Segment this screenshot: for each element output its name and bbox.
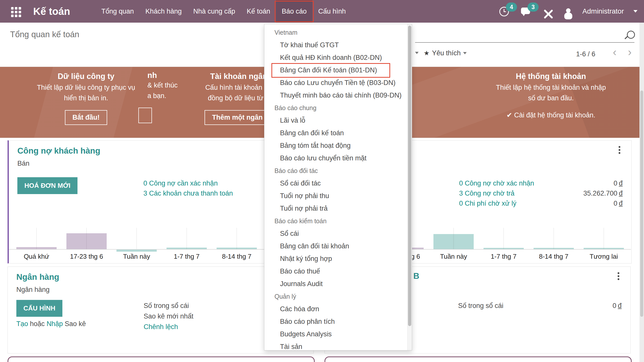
- apps-grid-icon[interactable]: [11, 7, 14, 10]
- menu-item[interactable]: Tài sản: [264, 340, 407, 350]
- dropdown-scrollbar[interactable]: [407, 24, 412, 350]
- chart-x-label: 17-23 thg 6: [61, 253, 112, 260]
- nav-item-nhà-cung-cấp[interactable]: Nhà cung cấp: [187, 0, 241, 23]
- card-subtitle: Bán: [17, 160, 29, 167]
- main-menu: Tổng quanKhách hàngNhà cung cấpKế toánBá…: [96, 0, 352, 23]
- menu-item[interactable]: Sổ cái: [264, 227, 407, 240]
- pager-next-button[interactable]: ›: [628, 46, 632, 58]
- banner-text-fragment: a bạn.: [147, 92, 166, 100]
- menu-item[interactable]: Bảng tóm tắt hoạt động: [264, 139, 407, 152]
- menu-item[interactable]: Journals Audit: [264, 278, 407, 290]
- chart-bar: [66, 233, 107, 249]
- vendor-row-link[interactable]: 3 Công nợ chờ trả: [459, 190, 514, 197]
- menu-item[interactable]: Budgets Analysis: [264, 328, 407, 340]
- create-link[interactable]: Tạo: [16, 320, 28, 328]
- vendor-row-link[interactable]: 0 Công nợ chờ xác nhận: [459, 179, 534, 187]
- import-link[interactable]: Nhập: [47, 320, 63, 328]
- nav-item-tổng-quan[interactable]: Tổng quan: [96, 0, 140, 23]
- menu-item[interactable]: Nhật ký tổng hợp: [264, 252, 407, 265]
- dropdown-scrollbar-thumb[interactable]: [408, 26, 411, 326]
- favorites-menu[interactable]: ★ Yêu thích: [424, 49, 467, 57]
- menu-section-label: Vietnam: [264, 26, 407, 39]
- menu-section-label: Quản lý: [264, 290, 407, 303]
- nav-item-kế-toán[interactable]: Kế toán: [241, 0, 276, 23]
- balance-in-gl-label: Số trong sổ cái: [458, 302, 503, 310]
- menu-item[interactable]: Bảng Cân đối Kế toán (B01-DN): [264, 64, 407, 76]
- currency-symbol: đ: [619, 200, 623, 207]
- menu-item[interactable]: Báo cáo phân tích: [264, 315, 407, 328]
- chart-gridline: [503, 228, 504, 249]
- debug-tools-icon[interactable]: [543, 8, 554, 20]
- banner-title: Hệ thống tài khoản: [486, 72, 616, 81]
- start-button[interactable]: Bắt đầu!: [65, 110, 107, 125]
- menu-item[interactable]: Tuổi nợ phải trả: [264, 202, 407, 215]
- banner-button-fragment[interactable]: [138, 108, 152, 123]
- chart-x-label: Tuần này: [111, 253, 162, 260]
- check-icon: ✔: [507, 111, 512, 119]
- menu-section-label: Báo cáo đối tác: [264, 164, 407, 177]
- next-card-stub: [325, 356, 632, 362]
- menu-item[interactable]: Bảng cân đối tài khoản: [264, 240, 407, 252]
- banner-text: Thiết lập hệ thống tài khoản và nhập: [486, 84, 616, 92]
- chart-bar: [116, 250, 157, 252]
- vendor-row-amount: 35.262.700đ: [583, 190, 623, 197]
- banner-chart-of-accounts: Hệ thống tài khoản Thiết lập hệ thống tà…: [486, 67, 616, 119]
- vendor-row-amount: 0đ: [614, 200, 623, 207]
- menu-section-label: Báo cáo chung: [264, 102, 407, 114]
- search-icon[interactable]: [627, 31, 635, 39]
- banner-done-step[interactable]: ✔ Cài đặt hệ thống tài khoản.: [486, 111, 616, 119]
- menu-list: VietnamTờ khai thuế GTGTKết quả HĐ Kinh …: [264, 26, 407, 350]
- unpaid-invoices-link[interactable]: 3 Các khoản chưa thanh toán: [143, 190, 233, 197]
- kebab-menu-icon[interactable]: [618, 272, 619, 274]
- user-menu[interactable]: Administrator: [582, 7, 624, 15]
- messages-button[interactable]: 3: [521, 0, 533, 23]
- favorites-label: Yêu thích: [432, 49, 461, 57]
- menu-item[interactable]: Tuổi nợ phải thu: [264, 190, 407, 202]
- card-title[interactable]: Ngân hàng: [16, 272, 59, 282]
- invoices-to-validate-link[interactable]: 0 Công nợ cần xác nhận: [143, 179, 218, 187]
- card-title-fragment[interactable]: B: [413, 271, 419, 281]
- chart-bar: [16, 247, 57, 249]
- configure-button[interactable]: CẤU HÌNH: [16, 300, 62, 317]
- chart-gridline: [453, 228, 454, 249]
- menu-item[interactable]: Lãi và lỗ: [264, 114, 407, 127]
- nav-item-cấu-hình[interactable]: Cấu hình: [312, 0, 352, 23]
- menu-item[interactable]: Báo cáo lưu chuyển tiền mặt: [264, 152, 407, 164]
- next-card-stub: [8, 356, 315, 362]
- card-title[interactable]: Công nợ khách hàng: [17, 146, 100, 156]
- page-scrollbar-thumb[interactable]: [640, 90, 643, 317]
- chart-gridline: [603, 228, 604, 249]
- pager-prev-button[interactable]: ‹: [613, 46, 617, 58]
- chart-bar: [584, 248, 624, 249]
- banner-text-fragment: & kết thúc: [147, 81, 178, 89]
- menu-item[interactable]: Sổ cái đối tác: [264, 177, 407, 190]
- menu-item[interactable]: Kết quả HĐ Kinh doanh (B02-DN): [264, 51, 407, 64]
- nav-item-báo-cáo[interactable]: Báo cáo: [276, 0, 312, 23]
- kebab-menu-icon[interactable]: [619, 146, 620, 148]
- menu-item[interactable]: Các hóa đơn: [264, 303, 407, 315]
- chart-bar: [167, 248, 207, 249]
- menu-item[interactable]: Tờ khai thuế GTGT: [264, 39, 407, 51]
- nav-item-khách-hàng[interactable]: Khách hàng: [140, 0, 187, 23]
- activities-button[interactable]: 4: [499, 0, 511, 23]
- app-title[interactable]: Kế toán: [33, 0, 70, 23]
- vendor-row-amount: 0đ: [614, 179, 623, 187]
- menu-item[interactable]: Thuyết minh báo cáo tài chính (B09-DN): [264, 89, 407, 102]
- chart-x-label: 1-7 thg 7: [162, 253, 212, 260]
- search-input[interactable]: [415, 42, 634, 43]
- reports-dropdown-menu: VietnamTờ khai thuế GTGTKết quả HĐ Kinh …: [264, 24, 412, 350]
- vendor-row-link[interactable]: 0 Chi phí chờ xử lý: [459, 200, 516, 207]
- systray: 4 3 Administrator: [499, 0, 637, 23]
- menu-section-label: Báo cáo kiểm toán: [264, 215, 407, 227]
- filters-caret-icon[interactable]: [415, 52, 419, 54]
- chart-x-label: Tương lai: [579, 253, 629, 260]
- menu-item[interactable]: Báo cáo Lưu chuyển Tiền tệ (B03-DN): [264, 76, 407, 89]
- chevron-down-icon[interactable]: [633, 10, 637, 13]
- difference-link[interactable]: Chênh lệch: [144, 323, 178, 331]
- avatar[interactable]: [564, 8, 573, 20]
- menu-item[interactable]: Bảng cân đối kế toán: [264, 127, 407, 139]
- new-invoice-button[interactable]: HOÁ ĐƠN MỚI: [17, 177, 77, 194]
- messages-badge: 3: [528, 3, 539, 12]
- chart-gridline: [86, 228, 87, 249]
- menu-item[interactable]: Báo cáo thuế: [264, 265, 407, 278]
